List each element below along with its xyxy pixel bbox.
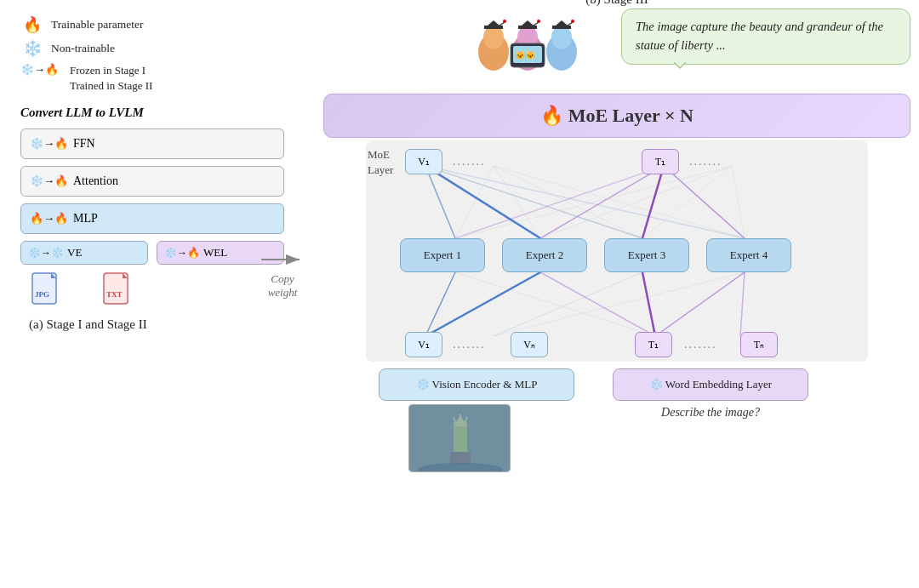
- ve-box: ❄️→❄️ VE: [20, 241, 148, 265]
- wel-label: WEL: [203, 246, 227, 260]
- copy-weight-label: Copy weight: [268, 272, 298, 300]
- mlp-box: 🔥→🔥 MLP: [20, 203, 284, 234]
- t1-top-label: T₁: [655, 156, 665, 168]
- t1-bot-label: T₁: [648, 339, 659, 351]
- jpg-file-icon: JPG: [31, 271, 63, 309]
- fire-icon: 🔥: [20, 15, 44, 34]
- ve-icon: ❄️→❄️: [28, 247, 64, 260]
- attention-icon-group: ❄️→🔥: [30, 174, 68, 188]
- svg-point-13: [503, 20, 506, 23]
- v1-bot-node: V₁: [405, 332, 442, 357]
- expert-2-box: Expert 2: [502, 238, 587, 272]
- stage-i-ii-label: (a) Stage I and Stage II: [20, 317, 284, 332]
- v1-bot-label: V₁: [418, 339, 430, 351]
- moe-diagram: MoE Layer: [323, 140, 910, 421]
- tn-bot-label: Tₙ: [754, 339, 764, 351]
- legend-item-nontrainable: ❄️ Non-trainable: [20, 39, 284, 58]
- bot-left-dots: .......: [453, 338, 486, 351]
- svg-text:🐱🐱: 🐱🐱: [515, 49, 536, 60]
- vn-bot-node: Vₙ: [511, 332, 548, 357]
- word-embedding-label: ❄️ Word Embedding Layer: [649, 378, 772, 391]
- svg-marker-17: [522, 20, 534, 26]
- svg-rect-22: [552, 26, 571, 29]
- ffn-box: ❄️→🔥 FFN: [20, 128, 284, 159]
- svg-point-21: [551, 26, 572, 49]
- attention-label: Attention: [73, 174, 118, 188]
- svg-marker-23: [556, 20, 568, 26]
- snowflake-icon: ❄️: [20, 39, 44, 58]
- vn-bot-label: Vₙ: [523, 339, 535, 351]
- legend-item-trainable: 🔥 Trainable parameter: [20, 15, 284, 34]
- copy-weight-area: Copy weight: [257, 247, 308, 300]
- describe-label: Describe the image?: [661, 406, 760, 419]
- vision-encoder-box: ❄️ Vision Encoder & MLP: [379, 368, 574, 401]
- moe-label-text: MoE Layer: [368, 148, 393, 176]
- expert-3-label: Expert 3: [628, 248, 665, 262]
- expert-1-box: Expert 1: [400, 238, 485, 272]
- legend-item-frozen: ❄️→🔥 Frozen in Stage ITrained in Stage I…: [20, 63, 284, 94]
- svg-text:TXT: TXT: [106, 290, 123, 299]
- t1-bot-node: T₁: [635, 332, 672, 357]
- top-left-dots: .......: [453, 155, 486, 168]
- mlp-icon-group: 🔥→🔥: [30, 212, 68, 225]
- moe-layer-label: MoE Layer: [368, 147, 393, 178]
- top-right-dots: .......: [689, 155, 722, 168]
- ffn-icon-group: ❄️→🔥: [30, 137, 68, 151]
- expert-3-box: Expert 3: [604, 238, 689, 272]
- word-embedding-box: ❄️ Word Embedding Layer: [613, 368, 808, 401]
- v1-top-label: V₁: [418, 156, 430, 168]
- v1-top-node: V₁: [405, 149, 442, 174]
- legend-nontrainable-text: Non-trainable: [51, 42, 115, 55]
- bot-right-dots: .......: [684, 338, 717, 351]
- expert-4-label: Expert 4: [730, 248, 768, 262]
- image-thumbnail: [408, 404, 511, 472]
- legend-trainable-text: Trainable parameter: [51, 18, 144, 31]
- expert-4-box: Expert 4: [706, 238, 791, 272]
- speech-bubble-text: The image capture the beauty and grandeu…: [636, 20, 883, 52]
- wel-icon: ❄️→🔥: [164, 247, 200, 260]
- svg-point-9: [483, 26, 504, 49]
- t1-top-node: T₁: [642, 149, 679, 174]
- svg-rect-16: [518, 26, 537, 29]
- convert-title: Convert LLM to LVLM: [20, 106, 284, 120]
- legend: 🔥 Trainable parameter ❄️ Non-trainable ❄…: [20, 15, 284, 94]
- llama-placeholder: 🐱🐱: [464, 5, 591, 81]
- moe-bar-text: 🔥 MoE Layer × N: [540, 105, 694, 127]
- llama-image-area: 🐱🐱: [460, 9, 596, 77]
- moe-bar: 🔥 MoE Layer × N: [323, 94, 910, 138]
- mlp-label: MLP: [73, 212, 98, 225]
- svg-point-19: [537, 20, 540, 23]
- svg-marker-11: [488, 20, 499, 26]
- ve-label: VE: [67, 246, 82, 260]
- svg-text:JPG: JPG: [35, 290, 49, 299]
- stage-iii-label: (b) Stage III: [323, 0, 910, 7]
- svg-point-25: [571, 20, 574, 23]
- svg-rect-62: [450, 452, 471, 465]
- stage-iii-text: (b) Stage III: [585, 0, 648, 6]
- tn-bot-node: Tₙ: [740, 332, 778, 357]
- ve-wel-row: ❄️→❄️ VE ❄️→🔥 WEL: [20, 241, 284, 265]
- page: 🔥 Trainable parameter ❄️ Non-trainable ❄…: [0, 0, 919, 588]
- expert-2-label: Expert 2: [526, 248, 563, 262]
- frozen-arrow-icon: ❄️→🔥: [20, 63, 63, 77]
- legend-frozen-text: Frozen in Stage ITrained in Stage II: [70, 63, 152, 94]
- file-icons-row: JPG TXT: [20, 271, 284, 309]
- speech-bubble: The image capture the beauty and grandeu…: [621, 9, 910, 65]
- txt-file-icon: TXT: [102, 271, 134, 309]
- ffn-label: FFN: [73, 137, 95, 151]
- vision-encoder-label: ❄️ Vision Encoder & MLP: [416, 378, 538, 391]
- expert-1-label: Expert 1: [424, 248, 461, 262]
- svg-rect-10: [484, 26, 503, 29]
- attention-box: ❄️→🔥 Attention: [20, 166, 284, 197]
- left-panel: 🔥 Trainable parameter ❄️ Non-trainable ❄…: [20, 15, 284, 332]
- describe-text: Describe the image?: [613, 406, 808, 420]
